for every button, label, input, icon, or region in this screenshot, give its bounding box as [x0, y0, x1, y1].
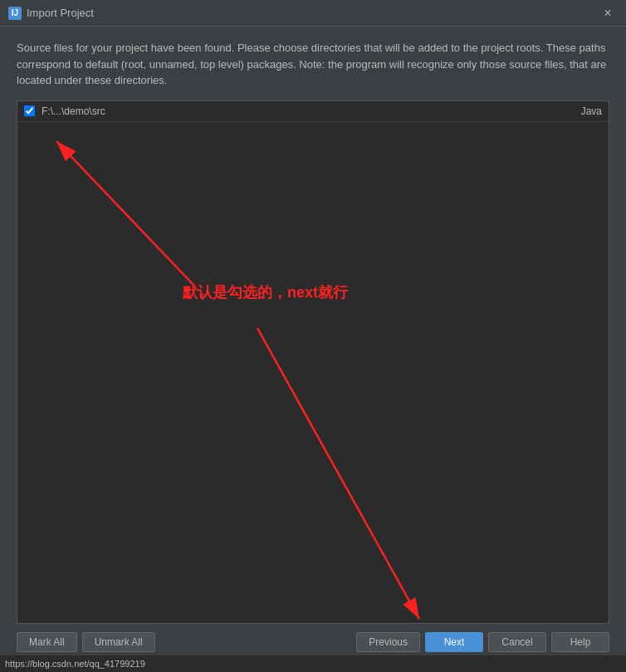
unmark-all-button[interactable]: Unmark All [82, 632, 155, 652]
url-bar: https://blog.csdn.net/qq_41799219 [0, 655, 626, 672]
source-list: F:\...\demo\src Java [17, 101, 609, 625]
source-type: Java [581, 105, 602, 117]
title-bar: IJ Import Project × [0, 0, 626, 27]
url-text: https://blog.csdn.net/qq_41799219 [5, 659, 145, 669]
previous-button[interactable]: Previous [356, 632, 420, 652]
close-button[interactable]: × [598, 3, 618, 23]
source-checkbox[interactable] [24, 105, 35, 116]
app-icon: IJ [8, 7, 22, 20]
bottom-buttons-row: Mark All Unmark All Previous Next Cancel… [17, 632, 609, 652]
next-button[interactable]: Next [425, 632, 483, 652]
dialog-wrapper: IJ Import Project × Source files for you… [0, 0, 626, 672]
left-buttons: Mark All Unmark All [17, 632, 155, 652]
dialog-content: Source files for your project have been … [0, 27, 626, 672]
cancel-button[interactable]: Cancel [488, 632, 546, 652]
mark-all-button[interactable]: Mark All [17, 632, 77, 652]
nav-buttons: Previous Next Cancel Help [356, 632, 609, 652]
source-path: F:\...\demo\src [42, 105, 573, 117]
source-item: F:\...\demo\src Java [17, 101, 609, 122]
description-text: Source files for your project have been … [17, 40, 609, 89]
dialog-title: Import Project [27, 7, 598, 19]
help-button[interactable]: Help [551, 632, 609, 652]
